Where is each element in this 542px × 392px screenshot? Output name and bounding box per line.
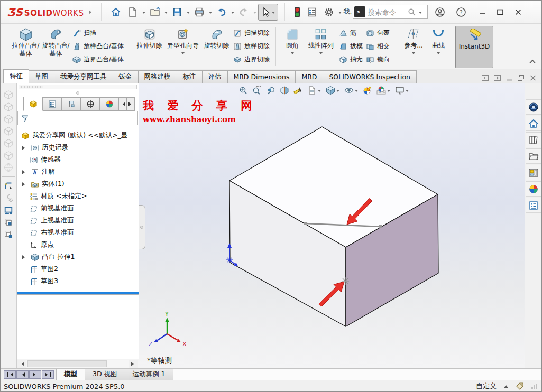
view-palette-button[interactable] [526,165,541,180]
select-tool-dropdown[interactable] [272,12,275,15]
scrollbar-track[interactable] [26,360,129,368]
rollback-bar[interactable] [17,292,139,294]
copy-appearance-icon[interactable] [4,218,13,227]
shell-button[interactable]: 抽壳 [339,53,363,66]
edit-sketch-icon[interactable] [4,181,13,191]
dock-right-icon[interactable] [494,75,501,81]
tab-featuremanager[interactable] [23,97,43,111]
dock-left-icon[interactable] [482,75,489,81]
mirror-button[interactable]: 镜向 [366,53,390,66]
tree-item-boss-extrude1[interactable]: 凸台-拉伸1 [17,251,139,263]
tree-item-top-plane[interactable]: 上视基准面 [17,214,139,227]
design-library-button[interactable] [526,132,541,147]
tab-mesh-modeling[interactable]: 网格建模 [138,70,177,83]
tree-item-solid-bodies[interactable]: 实体(1) [17,178,139,190]
previous-tab-button[interactable] [16,370,29,379]
linear-pattern-button[interactable]: 线性阵列 [305,25,337,56]
view-cube-icon[interactable] [4,90,13,99]
panel-collapse-handle[interactable] [139,205,145,249]
ribbon-collapse-button[interactable] [529,58,536,66]
tree-item-right-plane[interactable]: 右视基准面 [17,227,139,239]
view-cube-icon[interactable] [4,138,13,148]
file-explorer-button[interactable] [526,148,541,164]
tab-inspection[interactable]: SOLIDWORKS Inspection [323,70,417,83]
tree-item-origin[interactable]: 原点 [17,239,139,251]
undo-dropdown[interactable] [231,12,234,15]
open-button[interactable] [147,4,163,21]
view-cube-icon[interactable] [4,151,13,160]
tab-motion-study[interactable]: 运动算例 1 [125,369,173,380]
open-dropdown[interactable] [164,12,168,15]
expand-arrow-icon[interactable] [22,182,28,186]
view-orientation-dropdown[interactable] [318,90,321,94]
tree-item-sketch2[interactable]: 草图2 [17,263,139,275]
maximize-button[interactable] [493,4,507,21]
curves-dropdown[interactable] [437,52,440,56]
reference-geometry-dropdown[interactable] [412,52,415,56]
save-dropdown[interactable] [187,12,190,15]
previous-view-button[interactable] [266,86,275,95]
appearances-scenes-button[interactable] [526,181,541,197]
help-button[interactable]: ? [453,4,469,21]
tree-item-sketch3[interactable]: 草图3 [17,275,139,287]
reference-geometry-button[interactable]: 参考... [400,25,427,56]
new-document-dropdown[interactable] [142,12,145,15]
view-sphere-icon[interactable] [4,163,13,172]
view-settings-dropdown[interactable] [406,90,409,94]
edit-appearance-button[interactable] [363,86,372,95]
zoom-area-button[interactable] [252,86,262,95]
curves-button[interactable]: 曲线 [427,25,450,56]
panel-tabs-scroll-left[interactable] [118,97,127,111]
search-input[interactable] [368,8,406,16]
fillet-button[interactable]: 圆角 [280,25,305,56]
resize-grip-icon[interactable] [531,384,537,389]
tab-displaymanager[interactable] [99,97,119,111]
expand-arrow-icon[interactable] [22,146,28,150]
performance-button[interactable] [291,4,303,21]
customize-menu[interactable]: 自定义 [476,381,497,391]
print-button[interactable] [191,4,207,21]
panel-horizontal-scrollbar[interactable] [17,359,139,368]
doc-minimize-icon[interactable] [506,75,512,81]
linear-pattern-dropdown[interactable] [319,52,323,56]
next-tab-button[interactable] [29,370,41,379]
tab-propertymanager[interactable] [42,97,62,111]
view-cube-icon[interactable] [4,102,13,111]
extruded-cut-button[interactable]: 拉伸切除 [134,25,164,50]
tree-filter-bar[interactable] [17,111,138,125]
tab-3d-views[interactable]: 3D 视图 [85,369,125,380]
wrap-button[interactable]: 包覆 [366,26,390,40]
resources-button[interactable] [526,116,541,131]
view-orientation-button[interactable] [307,86,321,95]
tab-mbd-dimensions[interactable]: MBD Dimensions [227,70,296,83]
display-window-icon[interactable] [4,206,13,215]
first-tab-button[interactable] [4,370,16,379]
panel-tabs-scroll-right[interactable] [126,97,135,111]
hole-wizard-button[interactable]: 异型孔向导 [164,25,201,56]
lofted-boss-button[interactable]: 放样凸台/基体 [72,40,124,53]
new-document-button[interactable] [125,4,141,21]
select-tool-button[interactable] [258,4,278,21]
home-button[interactable] [108,4,124,21]
save-button[interactable] [169,4,185,21]
apply-scene-dropdown[interactable] [387,90,390,94]
instant3d-button[interactable]: Instant3D [455,26,493,68]
scrollbar-thumb[interactable] [27,360,107,367]
custom-properties-button[interactable] [526,198,541,213]
tab-features[interactable]: 特征 [3,69,29,83]
boundary-boss-button[interactable]: 边界凸台/基体 [72,53,124,66]
command-search[interactable]: >_ [353,5,428,19]
paste-appearance-icon[interactable] [4,230,13,239]
tools-wrench-icon[interactable] [4,193,13,203]
sweep-button[interactable]: 扫描 [72,26,124,40]
minimize-button[interactable] [475,4,489,21]
scrollbar-thumb[interactable] [20,86,43,88]
logo-flyout-arrow-icon[interactable] [89,10,94,14]
hide-show-items-dropdown[interactable] [355,90,358,94]
revolved-boss-button[interactable]: 旋转凸台/基体 [41,25,71,58]
zoom-fit-button[interactable] [238,86,248,95]
scroll-left-button[interactable] [17,360,26,368]
tree-item-history[interactable]: 历史记录 [17,142,139,154]
tree-root-part[interactable]: 我爱分享网 (默认) <<默认>_显 [17,129,139,142]
hide-show-items-button[interactable] [344,86,359,95]
